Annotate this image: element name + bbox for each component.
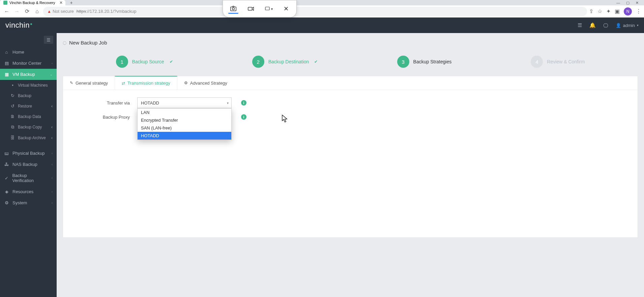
step-backup-strategies[interactable]: 3 Backup Strategies: [397, 56, 452, 68]
chevron-left-icon: ‹: [52, 190, 53, 194]
share-icon[interactable]: ⇪: [589, 8, 593, 14]
sidebar-item-resources[interactable]: ◈Resources‹: [0, 186, 57, 197]
window-maximize-icon[interactable]: ▢: [626, 1, 630, 5]
chevron-left-icon: ‹: [52, 201, 53, 205]
user-menu[interactable]: 👤 admin ▾: [616, 23, 639, 28]
browser-toolbar-right: ⇪ ☆ ✦ ▣ N ⋮: [589, 7, 641, 16]
tab-transmission-strategy[interactable]: ⇄Transmission strategy: [115, 76, 177, 90]
app-logo[interactable]: vinchin: [5, 21, 32, 30]
gear-icon: ⚙: [4, 200, 9, 205]
bookmark-star-icon[interactable]: ☆: [597, 8, 602, 14]
sidebar-sub-backup[interactable]: ↻Backup: [0, 90, 57, 101]
info-icon[interactable]: i: [241, 100, 246, 106]
chevron-down-icon: ▾: [271, 7, 273, 11]
sidebar: ☰ ⌂Home ▤Monitor Center‹ ▦VM Backup⌄ ▪Vi…: [0, 33, 57, 297]
recorder-close-button[interactable]: ✕: [281, 4, 291, 14]
step-backup-destination[interactable]: 2 Backup Destination ✔: [252, 56, 318, 68]
record-video-button[interactable]: [246, 4, 256, 14]
option-san[interactable]: SAN (LAN-free): [138, 124, 231, 132]
svg-rect-2: [248, 7, 252, 10]
label-transfer-via: Transfer via: [77, 100, 137, 106]
sidebar-sub-backup-copy[interactable]: ⧉Backup Copy‹: [0, 122, 57, 132]
window-minimize-icon[interactable]: —: [616, 1, 620, 5]
option-lan[interactable]: LAN: [138, 109, 231, 116]
chevron-down-icon: ⌄: [50, 73, 53, 76]
forward-button[interactable]: →: [13, 7, 21, 16]
option-hotadd[interactable]: HOTADD: [138, 132, 231, 140]
svg-point-1: [232, 7, 234, 9]
sidebar-sub-restore[interactable]: ↺Restore‹: [0, 101, 57, 111]
sidebar-item-physical[interactable]: 🖴Physical Backup‹: [0, 148, 57, 159]
back-button[interactable]: ←: [3, 7, 11, 16]
address-bar[interactable]: ▲ Not secure https://172.18.20.1/?vmback…: [43, 7, 587, 16]
sidebar-item-home[interactable]: ⌂Home: [0, 47, 57, 58]
bell-icon[interactable]: 🔔: [589, 22, 596, 28]
tab-close-icon[interactable]: ✕: [59, 0, 63, 5]
tab-advanced-strategy[interactable]: ⚙Advanced Strategy: [177, 76, 234, 90]
home-button[interactable]: ⌂: [33, 7, 41, 16]
step-backup-source[interactable]: 1 Backup Source ✔: [116, 56, 173, 68]
monitor-icon[interactable]: 🖵: [603, 23, 608, 28]
page-title: New Backup Job: [69, 40, 107, 46]
sidebar-item-nas[interactable]: 🖧NAS Backup‹: [0, 159, 57, 170]
spinner-icon: ◌: [63, 40, 66, 45]
option-encrypted-transfer[interactable]: Encrypted Transfer: [138, 116, 231, 124]
screen-recorder-overlay: ▾ ✕: [223, 0, 297, 18]
profile-avatar[interactable]: N: [624, 7, 632, 16]
warning-triangle-icon: ▲: [47, 9, 51, 14]
strategy-tabs: ✎General strategy ⇄Transmission strategy…: [63, 76, 638, 90]
window-controls: — ▢ ✕: [611, 0, 644, 6]
not-secure-label: Not secure: [53, 9, 74, 14]
chevron-left-icon: ‹: [52, 176, 53, 180]
sidebar-item-system[interactable]: ⚙System‹: [0, 197, 57, 208]
data-icon: 🗎: [10, 114, 15, 119]
security-warning: ▲ Not secure: [47, 9, 74, 14]
sidebar-item-vm-backup[interactable]: ▦VM Backup⌄: [0, 69, 57, 80]
sidebar-sub-virtual-machines[interactable]: ▪Virtual Machines: [0, 80, 57, 90]
kebab-menu-icon[interactable]: ⋮: [636, 8, 641, 14]
info-icon[interactable]: i: [241, 114, 246, 120]
chevron-down-icon: ▾: [637, 24, 639, 27]
physical-icon: 🖴: [4, 151, 9, 156]
step-review-confirm[interactable]: 4 Review & Confirm: [531, 56, 585, 68]
sidebar-sub-backup-archive[interactable]: 🗄Backup Archive‹: [0, 132, 57, 143]
reload-button[interactable]: ⟳: [23, 7, 31, 16]
check-icon: ✔: [170, 59, 173, 64]
sidebar-item-verify[interactable]: ✓Backup Verification‹: [0, 170, 57, 186]
screen-icon: [264, 6, 270, 12]
home-icon: ⌂: [4, 50, 9, 55]
screenshot-button[interactable]: [228, 4, 238, 14]
transfer-icon: ⇄: [122, 81, 125, 86]
url-text: https://172.18.20.1/?vmbackup: [77, 9, 137, 14]
row-transfer-via: Transfer via HOTADD ▾ LAN Encrypted Tran…: [77, 97, 624, 108]
browser-tab[interactable]: Vinchin Backup & Recovery ✕: [0, 0, 65, 5]
transfer-via-value: HOTADD: [141, 100, 159, 106]
transfer-via-select[interactable]: HOTADD ▾: [137, 97, 232, 108]
step-number: 4: [531, 56, 543, 68]
recorder-options-dropdown[interactable]: ▾: [263, 4, 273, 14]
username: admin: [623, 23, 635, 28]
check-icon: ✔: [314, 59, 318, 64]
archive-icon: 🗄: [10, 135, 15, 140]
restore-icon: ↺: [10, 103, 15, 109]
tab-title: Vinchin Backup & Recovery: [9, 1, 55, 5]
extensions-icon[interactable]: ✦: [606, 8, 611, 14]
browser-toolbar: ← → ⟳ ⌂ ▲ Not secure https://172.18.20.1…: [0, 5, 644, 18]
side-panel-icon[interactable]: ▣: [615, 8, 620, 14]
gear-icon: ⚙: [184, 81, 188, 85]
monitor-center-icon: ▤: [4, 61, 9, 66]
tab-general-strategy[interactable]: ✎General strategy: [63, 76, 115, 90]
new-tab-button[interactable]: +: [67, 0, 76, 5]
sidebar-item-monitor[interactable]: ▤Monitor Center‹: [0, 58, 57, 69]
sidebar-toggle[interactable]: ☰: [44, 36, 53, 44]
video-icon: [247, 5, 255, 12]
list-icon[interactable]: ☰: [578, 22, 582, 28]
sidebar-sub-backup-data[interactable]: 🗎Backup Data: [0, 111, 57, 122]
tab-favicon-icon: [3, 1, 7, 5]
vm-list-icon: ▪: [10, 83, 15, 88]
copy-icon: ⧉: [10, 124, 15, 130]
window-close-icon[interactable]: ✕: [636, 1, 639, 5]
svg-rect-3: [265, 7, 269, 10]
vm-icon: ▦: [4, 72, 9, 77]
step-number: 2: [252, 56, 264, 68]
